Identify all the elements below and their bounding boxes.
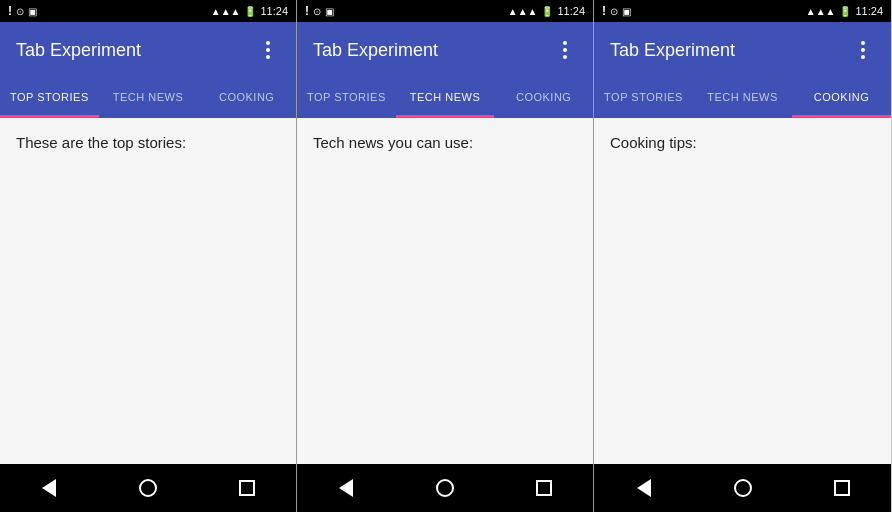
menu-dot-2 [266, 48, 270, 52]
battery-icon: 🔋 [244, 6, 256, 17]
tab-cooking[interactable]: COOKING [197, 78, 296, 118]
home-button[interactable] [128, 468, 168, 508]
tab-label-tech-news: TECH NEWS [410, 91, 481, 103]
content-area: Tech news you can use: [297, 118, 593, 464]
status-time: 11:24 [260, 5, 288, 17]
circle-icon: ⊙ [610, 6, 618, 17]
status-bar-left: ! ⊙ ▣ [305, 4, 334, 18]
recents-button[interactable] [822, 468, 862, 508]
tab-cooking[interactable]: COOKING [792, 78, 891, 118]
more-options-button[interactable] [256, 38, 280, 62]
menu-dot-2 [861, 48, 865, 52]
recents-icon [834, 480, 850, 496]
status-bar-left: ! ⊙ ▣ [8, 4, 37, 18]
battery-icon: 🔋 [839, 6, 851, 17]
tab-label-top-stories: TOP STORIES [604, 91, 683, 103]
content-text: Tech news you can use: [313, 134, 473, 151]
bottom-nav [594, 464, 891, 512]
phone-2: ! ⊙ ▣ ▲▲▲ 🔋 11:24 Tab Experiment TOP STO… [297, 0, 594, 512]
home-icon [734, 479, 752, 497]
back-icon [339, 479, 353, 497]
app-bar: Tab Experiment [297, 22, 593, 78]
tab-tech-news[interactable]: TECH NEWS [396, 78, 495, 118]
notification-icon: ! [602, 4, 606, 18]
back-button[interactable] [624, 468, 664, 508]
circle-icon: ⊙ [313, 6, 321, 17]
back-icon [637, 479, 651, 497]
app-bar: Tab Experiment [0, 22, 296, 78]
signal-icon: ▲▲▲ [508, 6, 538, 17]
home-button[interactable] [425, 468, 465, 508]
app-bar-title: Tab Experiment [313, 40, 438, 61]
recents-icon [239, 480, 255, 496]
more-options-button[interactable] [851, 38, 875, 62]
tab-label-cooking: COOKING [219, 91, 274, 103]
status-bar-left: ! ⊙ ▣ [602, 4, 631, 18]
content-area: These are the top stories: [0, 118, 296, 464]
menu-dot-1 [861, 41, 865, 45]
tab-label-cooking: COOKING [516, 91, 571, 103]
tab-cooking[interactable]: COOKING [494, 78, 593, 118]
square-icon: ▣ [28, 6, 37, 17]
circle-icon: ⊙ [16, 6, 24, 17]
tab-tech-news[interactable]: TECH NEWS [693, 78, 792, 118]
menu-dot-2 [563, 48, 567, 52]
status-bar-right: ▲▲▲ 🔋 11:24 [806, 5, 883, 17]
battery-icon: 🔋 [541, 6, 553, 17]
app-bar-title: Tab Experiment [610, 40, 735, 61]
app-bar: Tab Experiment [594, 22, 891, 78]
content-text: These are the top stories: [16, 134, 186, 151]
tab-top-stories[interactable]: TOP STORIES [594, 78, 693, 118]
status-time: 11:24 [855, 5, 883, 17]
content-area: Cooking tips: [594, 118, 891, 464]
notification-icon: ! [305, 4, 309, 18]
menu-dot-3 [266, 55, 270, 59]
home-icon [139, 479, 157, 497]
home-icon [436, 479, 454, 497]
tab-label-tech-news: TECH NEWS [707, 91, 778, 103]
menu-dot-1 [563, 41, 567, 45]
home-button[interactable] [723, 468, 763, 508]
recents-icon [536, 480, 552, 496]
back-icon [42, 479, 56, 497]
recents-button[interactable] [227, 468, 267, 508]
phone-3: ! ⊙ ▣ ▲▲▲ 🔋 11:24 Tab Experiment TOP STO… [594, 0, 891, 512]
notification-icon: ! [8, 4, 12, 18]
square-icon: ▣ [622, 6, 631, 17]
tab-top-stories[interactable]: TOP STORIES [0, 78, 99, 118]
tab-label-cooking: COOKING [814, 91, 869, 103]
status-time: 11:24 [557, 5, 585, 17]
app-bar-title: Tab Experiment [16, 40, 141, 61]
status-bar-right: ▲▲▲ 🔋 11:24 [508, 5, 585, 17]
more-options-button[interactable] [553, 38, 577, 62]
signal-icon: ▲▲▲ [211, 6, 241, 17]
tab-bar: TOP STORIESTECH NEWSCOOKING [0, 78, 296, 118]
recents-button[interactable] [524, 468, 564, 508]
back-button[interactable] [326, 468, 366, 508]
content-text: Cooking tips: [610, 134, 697, 151]
tab-bar: TOP STORIESTECH NEWSCOOKING [594, 78, 891, 118]
square-icon: ▣ [325, 6, 334, 17]
bottom-nav [0, 464, 296, 512]
tab-top-stories[interactable]: TOP STORIES [297, 78, 396, 118]
phone-1: ! ⊙ ▣ ▲▲▲ 🔋 11:24 Tab Experiment TOP STO… [0, 0, 297, 512]
tab-label-top-stories: TOP STORIES [307, 91, 386, 103]
bottom-nav [297, 464, 593, 512]
menu-dot-3 [861, 55, 865, 59]
status-bar-right: ▲▲▲ 🔋 11:24 [211, 5, 288, 17]
status-bar: ! ⊙ ▣ ▲▲▲ 🔋 11:24 [594, 0, 891, 22]
tab-label-tech-news: TECH NEWS [113, 91, 184, 103]
status-bar: ! ⊙ ▣ ▲▲▲ 🔋 11:24 [0, 0, 296, 22]
tab-tech-news[interactable]: TECH NEWS [99, 78, 198, 118]
tab-label-top-stories: TOP STORIES [10, 91, 89, 103]
menu-dot-3 [563, 55, 567, 59]
status-bar: ! ⊙ ▣ ▲▲▲ 🔋 11:24 [297, 0, 593, 22]
tab-bar: TOP STORIESTECH NEWSCOOKING [297, 78, 593, 118]
back-button[interactable] [29, 468, 69, 508]
menu-dot-1 [266, 41, 270, 45]
signal-icon: ▲▲▲ [806, 6, 836, 17]
